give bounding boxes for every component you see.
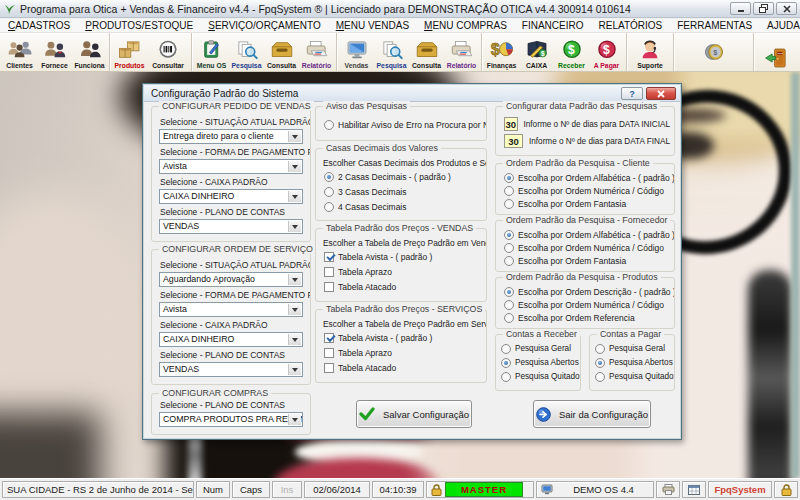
close-button[interactable] <box>776 2 797 15</box>
pagamento-venda-combobox[interactable]: Avista <box>159 159 303 174</box>
sair-sistema-button[interactable]: EXIT <box>756 33 798 71</box>
pesquisa-vendas-button[interactable]: Pesquisa <box>374 33 409 71</box>
fornecedor-fantasia-radio[interactable]: Escolha por Ordem Fantasia <box>504 255 670 266</box>
sair-configuracao-button[interactable]: Sair da Configuração <box>533 400 651 428</box>
plano-contas-compras-combobox[interactable]: COMPRA PRODUTOS PRA REVENDA <box>159 412 303 427</box>
consulta-vendas-button[interactable]: Consulta <box>409 33 444 71</box>
toolbar-group-cadastros: Clientes Fornece Funciona <box>0 33 110 71</box>
fornecedores-button[interactable]: Fornece <box>37 33 72 71</box>
clients-icon <box>7 38 33 62</box>
menu-cadastros[interactable]: CADASTROS <box>8 20 70 31</box>
tabela-avista-servicos-checkbox[interactable]: Tabela Avista - ( padrão ) <box>324 332 482 343</box>
produtos-button[interactable]: Produtos <box>112 33 147 71</box>
option-label: Pesquisa Quitados <box>515 372 580 381</box>
relatorio-os-button[interactable]: Relatório <box>299 33 334 71</box>
cliente-numerica-radio[interactable]: Escolha por Ordem Numérica / Código <box>504 185 670 196</box>
caixa-venda-combobox[interactable]: CAIXA DINHEIRO <box>159 189 303 204</box>
relatorio-vendas-button[interactable]: Relatório <box>444 33 479 71</box>
menu-ajuda[interactable]: AJUDA <box>767 20 800 31</box>
group-subtitle: Escolher a Tabela de Preço Padrão em Ser… <box>323 319 482 329</box>
situacao-venda-combobox[interactable]: Entrega direto para o cliente <box>159 129 303 144</box>
radio-icon <box>324 120 334 130</box>
3-casas-radio[interactable]: 3 Casas Decimais <box>324 186 482 197</box>
menu-ferramentas[interactable]: FERRAMENTAS <box>677 20 752 31</box>
combobox-value: COMPRA PRODUTOS PRA REVENDA <box>160 413 302 426</box>
clientes-button[interactable]: Clientes <box>2 33 37 71</box>
receber-geral-radio[interactable]: Pesquisa Geral <box>501 343 578 354</box>
menu-relatorios[interactable]: RELATÓRIOS <box>599 20 663 31</box>
tabela-aprazo-servicos-checkbox[interactable]: Tabela Aprazo <box>324 347 482 358</box>
toolbar-group-sair: EXIT <box>754 33 800 71</box>
minimize-button[interactable] <box>730 2 751 15</box>
menu-os-button[interactable]: Menu OS <box>194 33 229 71</box>
checkbox-icon <box>324 363 334 373</box>
svg-text:EXIT: EXIT <box>778 52 784 55</box>
fornecedor-alfabetica-radio[interactable]: Escolha por Ordem Alfabética - ( padrão … <box>504 229 670 240</box>
dias-data-inicial-input[interactable]: 30 <box>504 117 518 131</box>
cliente-alfabetica-radio[interactable]: Escolha por Ordem Alfabética - ( padrão … <box>504 172 670 183</box>
dialog-help-button[interactable]: ? <box>621 87 643 100</box>
dollar-green-icon: $ <box>559 38 585 62</box>
menu-financeiro[interactable]: FINANCEIRO <box>522 20 584 31</box>
suporte-button[interactable]: Suporte <box>629 33 671 71</box>
option-label: Escolha por Ordem Descrição - ( padrão ) <box>518 287 674 297</box>
receber-abertos-radio[interactable]: Pesquisa Abertos <box>501 357 578 368</box>
habilitar-aviso-radio[interactable]: Habilitar Aviso de Erro na Procura por N… <box>324 119 482 130</box>
pagar-abertos-radio[interactable]: Pesquisa Abertos <box>595 357 672 368</box>
salvar-configuracao-button[interactable]: Salvar Configuração <box>356 400 472 428</box>
situacao-os-combobox[interactable]: Aguardando Aprovação <box>159 272 303 287</box>
consultar-button[interactable]: Consultar <box>147 33 189 71</box>
radio-icon <box>504 256 514 266</box>
status-lock-panel[interactable] <box>774 481 798 498</box>
menu-servico-orcamento[interactable]: SERVIÇO/ORÇAMENTO <box>208 20 320 31</box>
option-label: Escolha por Ordem Alfabética - ( padrão … <box>518 230 674 240</box>
financas-button[interactable]: $ Finanças <box>484 33 519 71</box>
plano-contas-os-combobox[interactable]: VENDAS <box>159 362 303 377</box>
tabela-atacado-vendas-checkbox[interactable]: Tabela Atacado <box>324 281 482 292</box>
field-label: Selecione - PLANO DE CONTAS <box>160 207 306 217</box>
menu-menu-vendas[interactable]: MENU VENDAS <box>336 20 409 31</box>
produtos-descricao-radio[interactable]: Escolha por Ordem Descrição - ( padrão ) <box>504 286 670 297</box>
receber-button[interactable]: $ Receber <box>554 33 589 71</box>
2-casas-radio[interactable]: 2 Casas Decimais - ( padrão ) <box>324 171 482 182</box>
tabela-aprazo-vendas-checkbox[interactable]: Tabela Aprazo <box>324 266 482 277</box>
fornecedor-numerica-radio[interactable]: Escolha por Ordem Numérica / Código <box>504 242 670 253</box>
group-tabela-vendas: Tabela Padrão dos Preços - VENDAS Escolh… <box>315 228 487 302</box>
consulta-os-button[interactable]: Consulta <box>264 33 299 71</box>
dialog-close-button[interactable] <box>646 87 676 100</box>
dias-data-final-input[interactable]: 30 <box>504 134 523 148</box>
option-label: Tabela Atacado <box>338 363 396 373</box>
pesquisa-os-button[interactable]: Pesquisa <box>229 33 264 71</box>
chevron-down-icon <box>288 414 301 425</box>
caixa-os-combobox[interactable]: CAIXA DINHEIRO <box>159 332 303 347</box>
radio-icon <box>501 358 511 368</box>
caixa-label: CAIXA <box>526 62 547 70</box>
a-pagar-button[interactable]: $ A Pagar <box>589 33 624 71</box>
pagar-geral-radio[interactable]: Pesquisa Geral <box>595 343 672 354</box>
pagar-quitados-radio[interactable]: Pesquisa Quitados <box>595 371 672 382</box>
menu-produtos-estoque[interactable]: PRODUTOS/ESTOQUE <box>85 20 193 31</box>
radio-icon <box>504 173 514 183</box>
moeda-button[interactable]: $ <box>696 40 731 65</box>
receber-quitados-radio[interactable]: Pesquisa Quitados <box>501 371 578 382</box>
funcionarios-button[interactable]: Funciona <box>72 33 107 71</box>
restore-button[interactable] <box>753 2 774 15</box>
option-label: Tabela Avista - ( padrão ) <box>338 333 432 343</box>
pagamento-os-combobox[interactable]: Avista <box>159 302 303 317</box>
search-docs-icon <box>379 38 405 62</box>
toolbar-group-produtos: Produtos Consultar <box>110 33 192 71</box>
tabela-atacado-servicos-checkbox[interactable]: Tabela Atacado <box>324 362 482 373</box>
caixa-button[interactable]: $ CAIXA <box>519 33 554 71</box>
cliente-fantasia-radio[interactable]: Escolha por Ordem Fantasia <box>504 198 670 209</box>
vendas-button[interactable]: Vendas <box>339 33 374 71</box>
radio-icon <box>504 287 514 297</box>
produtos-referencia-radio[interactable]: Escolha por Ordem Referencia <box>504 312 670 323</box>
produtos-numerica-radio[interactable]: Escolha por Ordem Numérica / Código <box>504 299 670 310</box>
plano-contas-venda-combobox[interactable]: VENDAS <box>159 219 303 234</box>
tabela-avista-vendas-checkbox[interactable]: Tabela Avista - ( padrão ) <box>324 251 482 262</box>
status-printer-panel[interactable] <box>656 481 680 498</box>
svg-text:$: $ <box>713 47 717 56</box>
4-casas-radio[interactable]: 4 Casas Decimais <box>324 201 482 212</box>
status-layout-panel[interactable] <box>682 481 706 498</box>
menu-menu-compras[interactable]: MENU COMPRAS <box>424 20 507 31</box>
